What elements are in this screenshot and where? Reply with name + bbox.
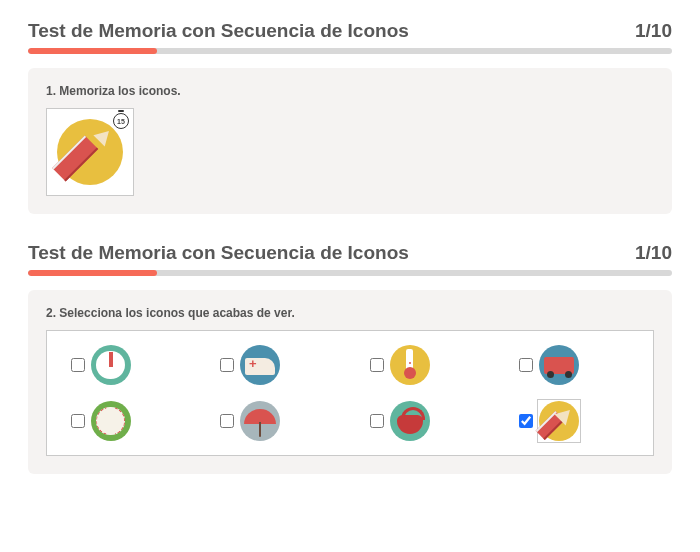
choice-thermometer[interactable]: [370, 343, 480, 387]
pencil-icon: [539, 401, 579, 441]
choice-checkbox[interactable]: [220, 414, 234, 428]
memorize-card: 1. Memoriza los iconos. 15: [28, 68, 672, 214]
choice-row: [51, 337, 649, 393]
choice-checkbox[interactable]: [370, 358, 384, 372]
progress-bar: [28, 270, 672, 276]
phase-memorize: Test de Memoria con Secuencia de Iconos …: [28, 0, 672, 214]
instruction-text: 2. Selecciona los iconos que acabas de v…: [46, 306, 654, 320]
pencil-icon: [57, 119, 123, 185]
choice-bag[interactable]: [370, 399, 480, 443]
truck-icon: [539, 345, 579, 385]
page-title: Test de Memoria con Secuencia de Iconos: [28, 242, 409, 264]
baseball-icon: [91, 401, 131, 441]
choice-truck[interactable]: [519, 343, 629, 387]
choice-umbrella[interactable]: [220, 399, 330, 443]
choice-checkbox[interactable]: [71, 414, 85, 428]
thermometer-icon: [390, 345, 430, 385]
header: Test de Memoria con Secuencia de Iconos …: [28, 0, 672, 48]
choice-grid: [46, 330, 654, 456]
choice-checkbox[interactable]: [220, 358, 234, 372]
progress-counter: 1/10: [635, 20, 672, 42]
choice-checkbox[interactable]: [370, 414, 384, 428]
progress-counter: 1/10: [635, 242, 672, 264]
choice-checkbox[interactable]: [71, 358, 85, 372]
ambulance-icon: [240, 345, 280, 385]
choice-clock[interactable]: [71, 343, 181, 387]
memorize-icon-frame: 15: [46, 108, 134, 196]
timer-value: 15: [117, 118, 125, 125]
page-title: Test de Memoria con Secuencia de Iconos: [28, 20, 409, 42]
progress-bar: [28, 48, 672, 54]
clock-icon: [91, 345, 131, 385]
phase-select: Test de Memoria con Secuencia de Iconos …: [28, 222, 672, 474]
choice-checkbox[interactable]: [519, 358, 533, 372]
choice-row: [51, 393, 649, 449]
choice-pencil[interactable]: [519, 399, 629, 443]
progress-fill: [28, 270, 157, 276]
select-card: 2. Selecciona los iconos que acabas de v…: [28, 290, 672, 474]
bag-icon: [390, 401, 430, 441]
choice-baseball[interactable]: [71, 399, 181, 443]
header: Test de Memoria con Secuencia de Iconos …: [28, 222, 672, 270]
instruction-text: 1. Memoriza los iconos.: [46, 84, 654, 98]
progress-fill: [28, 48, 157, 54]
choice-ambulance[interactable]: [220, 343, 330, 387]
choice-checkbox[interactable]: [519, 414, 533, 428]
umbrella-icon: [240, 401, 280, 441]
timer-icon: 15: [113, 113, 129, 129]
